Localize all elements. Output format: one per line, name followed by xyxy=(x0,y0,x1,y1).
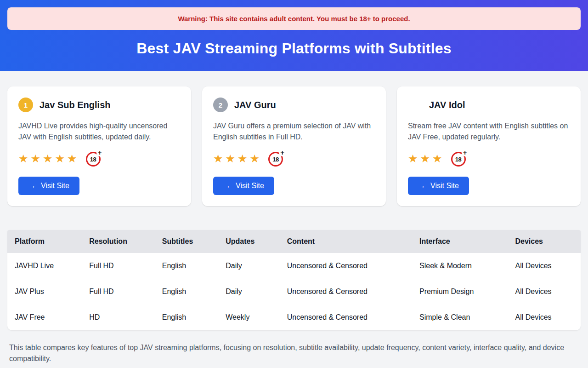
cell-platform: JAV Free xyxy=(7,305,82,330)
adult-warning-banner: Warning: This site contains adult conten… xyxy=(7,7,581,30)
main-content: 1 Jav Sub English JAVHD Live provides hi… xyxy=(0,86,588,364)
visit-site-label: Visit Site xyxy=(430,182,459,190)
visit-site-button[interactable]: → Visit Site xyxy=(408,177,469,195)
cell-content: Uncensored & Censored xyxy=(280,253,412,279)
table-row: JAV Free HD English Weekly Uncensored & … xyxy=(7,305,581,330)
cell-devices: All Devices xyxy=(508,279,581,305)
card-description: JAVHD Live provides high-quality uncenso… xyxy=(18,121,180,143)
cell-interface: Sleek & Modern xyxy=(412,253,508,279)
table-row: JAVHD Live Full HD English Daily Uncenso… xyxy=(7,253,581,279)
cell-content: Uncensored & Censored xyxy=(280,279,412,305)
rating-row: ★★★★★ 18 + xyxy=(18,151,180,167)
cell-updates: Daily xyxy=(218,279,280,305)
col-header-devices: Devices xyxy=(508,230,581,253)
card-title: Jav Sub English xyxy=(40,100,110,110)
platform-card-jav-sub-english: 1 Jav Sub English JAVHD Live provides hi… xyxy=(7,86,191,206)
warning-text: Warning: This site contains adult conten… xyxy=(178,15,410,23)
card-header: JAV Idol xyxy=(408,98,570,112)
cell-interface: Simple & Clean xyxy=(412,305,508,330)
cell-updates: Daily xyxy=(218,253,280,279)
col-header-subtitles: Subtitles xyxy=(155,230,219,253)
platform-card-jav-guru: 2 JAV Guru JAV Guru offers a premium sel… xyxy=(202,86,386,206)
comparison-table: Platform Resolution Subtitles Updates Co… xyxy=(7,230,581,330)
cell-content: Uncensored & Censored xyxy=(280,305,412,330)
table-footnote: This table compares key features of top … xyxy=(9,342,567,364)
page-title: Best JAV Streaming Platforms with Subtit… xyxy=(7,40,581,57)
rank-badge-empty xyxy=(408,98,423,112)
age-18-plus-icon: 18 + xyxy=(451,151,467,167)
cell-subtitles: English xyxy=(155,305,219,330)
card-header: 2 JAV Guru xyxy=(213,98,375,112)
visit-site-label: Visit Site xyxy=(41,182,69,190)
platform-card-jav-idol: JAV Idol Stream free JAV content with En… xyxy=(397,86,581,206)
card-header: 1 Jav Sub English xyxy=(18,98,180,112)
platform-card-list: 1 Jav Sub English JAVHD Live provides hi… xyxy=(7,86,581,206)
col-header-content: Content xyxy=(280,230,412,253)
age-18-plus-icon: 18 + xyxy=(86,151,102,167)
page-header: Warning: This site contains adult conten… xyxy=(0,0,588,71)
rating-row: ★★★★ 18 + xyxy=(213,151,375,167)
star-rating-icon: ★★★ xyxy=(408,153,445,164)
cell-platform: JAVHD Live xyxy=(7,253,82,279)
table-header-row: Platform Resolution Subtitles Updates Co… xyxy=(7,230,581,253)
cell-updates: Weekly xyxy=(218,305,280,330)
rating-row: ★★★ 18 + xyxy=(408,151,570,167)
card-title: JAV Idol xyxy=(429,100,465,110)
col-header-resolution: Resolution xyxy=(82,230,154,253)
arrow-right-icon: → xyxy=(418,182,425,190)
visit-site-button[interactable]: → Visit Site xyxy=(18,177,79,195)
cell-subtitles: English xyxy=(155,279,219,305)
cell-devices: All Devices xyxy=(508,253,581,279)
col-header-interface: Interface xyxy=(412,230,508,253)
cell-devices: All Devices xyxy=(508,305,581,330)
card-description: JAV Guru offers a premium selection of J… xyxy=(213,121,375,143)
comparison-table-container: Platform Resolution Subtitles Updates Co… xyxy=(7,230,581,330)
table-row: JAV Plus Full HD English Daily Uncensore… xyxy=(7,279,581,305)
rank-2-badge: 2 xyxy=(213,98,228,112)
cell-resolution: HD xyxy=(82,305,154,330)
visit-site-label: Visit Site xyxy=(236,182,264,190)
arrow-right-icon: → xyxy=(223,182,231,190)
visit-site-button[interactable]: → Visit Site xyxy=(213,177,274,195)
col-header-updates: Updates xyxy=(218,230,280,253)
age-18-plus-icon: 18 + xyxy=(268,151,284,167)
star-rating-icon: ★★★★ xyxy=(213,153,262,164)
rank-1-badge: 1 xyxy=(18,98,33,112)
card-description: Stream free JAV content with English sub… xyxy=(408,121,570,143)
cell-platform: JAV Plus xyxy=(7,279,82,305)
col-header-platform: Platform xyxy=(7,230,82,253)
star-rating-icon: ★★★★★ xyxy=(18,153,79,164)
card-title: JAV Guru xyxy=(234,100,276,110)
arrow-right-icon: → xyxy=(28,182,36,190)
cell-resolution: Full HD xyxy=(82,253,154,279)
cell-resolution: Full HD xyxy=(82,279,154,305)
cell-interface: Premium Design xyxy=(412,279,508,305)
cell-subtitles: English xyxy=(155,253,219,279)
